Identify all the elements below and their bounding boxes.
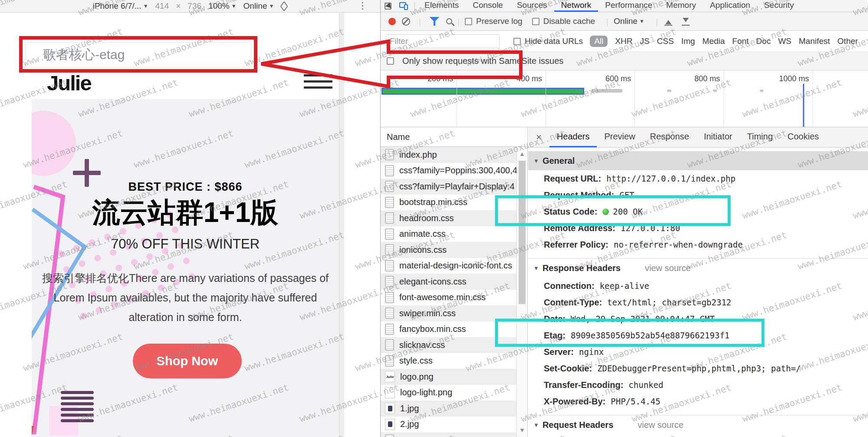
toggle-device-toolbar-icon[interactable] xyxy=(395,0,412,12)
details-tab-timing[interactable]: Timing xyxy=(740,127,780,147)
more-options-icon[interactable]: ⋮ xyxy=(358,0,367,11)
view-source-link[interactable]: view source xyxy=(638,420,684,430)
timeline-tick-label: 400 ms xyxy=(516,74,546,83)
viewport-height[interactable]: 736 xyxy=(187,1,201,11)
network-request-row[interactable]: logo-light.png xyxy=(381,385,527,401)
checkbox-icon[interactable] xyxy=(513,38,521,45)
section-header-request-headers[interactable]: ▼Request Headersview source xyxy=(528,415,868,434)
filter-type-other[interactable]: Other xyxy=(837,36,858,46)
preserve-log-label: Preserve log xyxy=(476,17,523,26)
checkbox-icon[interactable] xyxy=(465,18,472,25)
chevron-down-icon: ▼ xyxy=(639,18,644,24)
header-name: Etag: xyxy=(544,331,566,341)
network-request-row[interactable]: slicknav.css xyxy=(381,337,527,353)
hide-data-urls-checkbox[interactable]: Hide data URLs xyxy=(513,36,583,46)
network-request-row[interactable] xyxy=(381,432,527,437)
filter-input[interactable] xyxy=(386,34,500,48)
page-search-input[interactable]: 歌者核心-etag xyxy=(25,42,251,67)
network-request-row[interactable]: fancybox.min.css xyxy=(381,321,527,338)
viewport-width[interactable]: 414 xyxy=(155,1,169,11)
header-row: Date:Wed, 29 Sep 2021 09:04:47 GMT xyxy=(528,311,868,327)
hamburger-menu-icon[interactable] xyxy=(304,74,332,93)
network-request-row[interactable]: animate.css xyxy=(381,226,527,242)
network-request-row[interactable]: swiper.min.css xyxy=(381,305,527,321)
scroll-up-icon[interactable]: ▲ xyxy=(517,150,527,157)
network-request-row[interactable]: ionicons.css xyxy=(381,242,527,258)
network-request-row[interactable]: css?family=Poppins:300,400,4 xyxy=(381,163,527,179)
inspect-element-icon[interactable] xyxy=(381,0,395,12)
details-tab-response[interactable]: Response xyxy=(643,127,697,147)
close-icon[interactable]: × xyxy=(528,127,549,147)
rotate-device-icon[interactable] xyxy=(280,1,288,11)
filter-type-xhr[interactable]: XHR xyxy=(615,36,632,46)
import-har-icon[interactable] xyxy=(664,17,673,26)
network-overview-timeline[interactable]: 200 ms400 ms600 ms800 ms1000 ms xyxy=(381,70,868,127)
filter-type-img[interactable]: Img xyxy=(681,36,695,46)
view-source-link[interactable]: view source xyxy=(645,263,691,273)
filter-type-js[interactable]: JS xyxy=(640,36,649,46)
preserve-log-checkbox[interactable]: Preserve log xyxy=(465,17,523,26)
checkbox-icon[interactable] xyxy=(387,57,394,65)
network-request-row[interactable]: elegant-icons.css xyxy=(381,274,527,290)
search-icon[interactable] xyxy=(446,18,452,24)
shop-now-button[interactable]: Shop Now xyxy=(133,344,242,378)
filter-type-all[interactable]: All xyxy=(590,36,608,47)
section-title: Request Headers xyxy=(542,420,613,430)
network-filter-bar: Hide data URLs AllXHRJSCSSImgMediaFontDo… xyxy=(381,31,868,52)
network-request-row[interactable]: style.css xyxy=(381,353,527,369)
devtools-tab-memory[interactable]: Memory xyxy=(659,0,703,12)
section-header-response-headers[interactable]: ▼Response Headersview source xyxy=(528,258,868,278)
record-network-log-icon[interactable] xyxy=(388,18,396,25)
filter-type-manifest[interactable]: Manifest xyxy=(799,36,830,46)
export-har-icon[interactable] xyxy=(681,17,690,26)
devtools-tab-sources[interactable]: Sources xyxy=(510,0,554,12)
network-request-row[interactable]: font-awesome.min.css xyxy=(381,290,527,306)
details-tab-preview[interactable]: Preview xyxy=(597,127,642,147)
devtools-tab-network[interactable]: Network xyxy=(554,0,598,12)
filter-type-font[interactable]: Font xyxy=(732,36,749,46)
divider xyxy=(414,2,415,10)
document-icon xyxy=(385,434,394,437)
network-request-row[interactable]: css?family=Playfair+Display:4 xyxy=(381,179,527,195)
devtools-tab-application[interactable]: Application xyxy=(703,0,757,12)
site-logo[interactable]: Julie xyxy=(47,71,91,95)
filter-type-doc[interactable]: Doc xyxy=(756,36,771,46)
header-name: Request Method: xyxy=(544,190,614,200)
devtools-tab-console[interactable]: Console xyxy=(466,0,510,12)
scroll-down-icon[interactable]: ▼ xyxy=(517,427,527,434)
details-tab-initiator[interactable]: Initiator xyxy=(697,127,740,147)
network-conditions-select[interactable]: Online ▼ xyxy=(243,1,274,11)
network-request-row[interactable]: bootstrap.min.css xyxy=(381,195,527,211)
section-header-general[interactable]: ▼General xyxy=(528,151,868,170)
header-name: Remote Address: xyxy=(544,223,615,233)
checkbox-icon[interactable] xyxy=(532,18,539,25)
name-column-header[interactable]: Name xyxy=(381,127,527,147)
network-request-row[interactable]: index.php xyxy=(381,147,527,163)
network-request-row[interactable]: headroom.css xyxy=(381,210,527,226)
filter-type-ws[interactable]: WS xyxy=(778,36,792,46)
header-row: Server:nginx xyxy=(528,344,868,360)
devtools-tab-performance[interactable]: Performance xyxy=(598,0,659,12)
scrollbar-thumb[interactable] xyxy=(519,161,526,304)
network-request-row[interactable]: 2.jpg xyxy=(381,417,527,433)
throttling-select[interactable]: Online ▼ xyxy=(614,17,644,26)
devtools-tab-security[interactable]: Security xyxy=(757,0,801,12)
chevron-down-icon: ▼ xyxy=(269,3,274,9)
request-list-scrollbar[interactable]: ▲ ▼ xyxy=(516,147,527,437)
hero-section: BEST PRICE : $866 流云站群1+1版 70% OFF THIS … xyxy=(32,99,339,437)
zoom-select[interactable]: 100% ▼ xyxy=(208,1,237,11)
devtools-tab-elements[interactable]: Elements xyxy=(418,0,466,12)
filter-type-css[interactable]: CSS xyxy=(657,36,674,46)
details-tab-cookies[interactable]: Cookies xyxy=(780,127,826,147)
filter-type-media[interactable]: Media xyxy=(702,36,725,46)
device-select[interactable]: iPhone 6/7/... ▼ xyxy=(93,1,148,11)
network-request-row[interactable]: Julielogo.png xyxy=(381,369,527,385)
clear-network-log-icon[interactable] xyxy=(402,17,410,26)
network-request-row[interactable]: material-design-iconic-font.cs xyxy=(381,258,527,274)
filter-icon[interactable] xyxy=(430,17,439,26)
details-tab-headers[interactable]: Headers xyxy=(549,127,597,147)
network-request-row[interactable]: 1.jpg xyxy=(381,401,527,417)
page-scrollbar[interactable] xyxy=(339,13,344,437)
request-name: swiper.min.css xyxy=(399,308,456,318)
disable-cache-checkbox[interactable]: Disable cache xyxy=(532,17,595,26)
